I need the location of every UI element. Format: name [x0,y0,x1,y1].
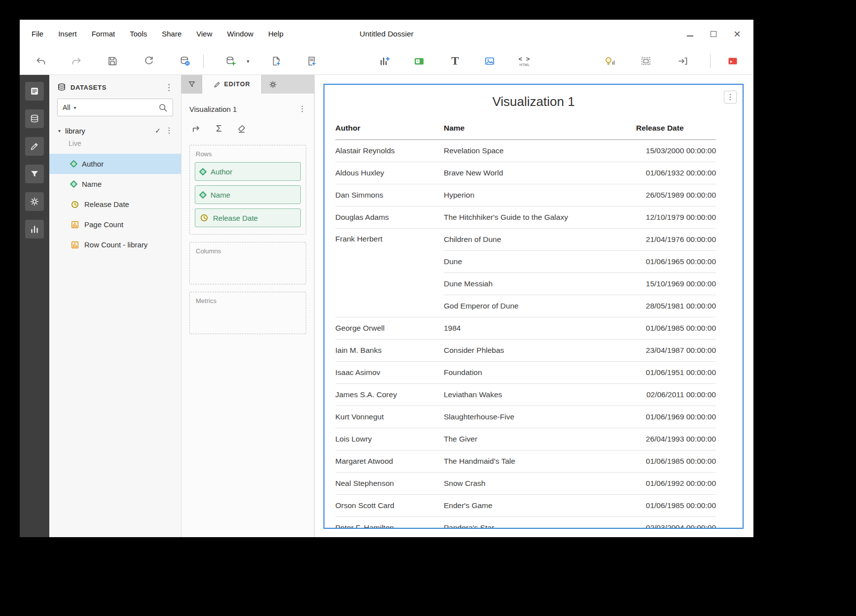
viz-cell-author[interactable]: Kurt Vonnegut [335,406,444,428]
viz-cell-name[interactable]: Snow Crash [444,472,636,494]
add-page-button[interactable] [266,51,286,71]
rows-drop-zone[interactable]: Rows AuthorNameRelease Date [189,145,306,235]
collapse-triangle-icon[interactable]: ▾ [58,128,61,134]
display-mode-button[interactable] [722,51,743,71]
viz-cell-author[interactable]: Neal Stephenson [335,472,444,494]
menu-insert[interactable]: Insert [58,30,77,38]
viz-cell-name[interactable]: Leviathan Wakes [444,383,636,406]
dataset-field[interactable]: Author [49,154,181,174]
viz-cell-name[interactable]: Ender's Game [444,494,636,516]
viz-cell-release-date[interactable]: 21/04/1976 00:00:00 [636,228,716,250]
viz-cell-release-date[interactable]: 01/06/1932 00:00:00 [636,162,716,184]
chevron-down-icon[interactable]: ▾ [74,105,76,110]
eraser-icon[interactable] [237,124,247,134]
viz-cell-author[interactable]: Aldous Huxley [335,162,444,184]
editor-viz-menu-button[interactable]: ⋮ [298,105,306,113]
add-selector-button[interactable] [409,51,429,71]
viz-cell-author[interactable]: Dan Simmons [335,184,444,206]
viz-cell-release-date[interactable]: 01/06/1985 00:00:00 [636,317,716,339]
redo-button[interactable] [66,51,87,71]
add-html-button[interactable]: < > HTML [514,51,535,71]
tab-settings[interactable] [261,75,284,94]
viz-cell-name[interactable]: The Handmaid's Tale [444,450,636,472]
viz-cell-name[interactable]: Slaughterhouse-Five [444,406,636,428]
search-icon[interactable] [158,103,168,112]
viz-cell-release-date[interactable]: 26/04/1993 00:00:00 [636,428,716,450]
viz-cell-author[interactable]: Peter F. Hamilton [335,516,444,529]
viz-cell-name[interactable]: Brave New World [444,162,636,184]
menu-tools[interactable]: Tools [130,30,147,38]
search-filter-value[interactable]: All [63,103,71,111]
add-visualization-button[interactable] [374,51,395,71]
minimize-button[interactable] [685,30,694,38]
add-dataset-chevron-icon[interactable]: ▾ [247,58,250,65]
viz-menu-button[interactable]: ⋮ [724,91,737,103]
columns-drop-zone[interactable]: Columns [189,242,306,284]
viz-cell-author[interactable]: Lois Lowry [335,428,444,450]
menu-help[interactable]: Help [268,30,284,38]
menu-view[interactable]: View [196,30,212,38]
sidebar-edit-button[interactable] [25,137,44,156]
viz-cell-release-date[interactable]: 26/05/1989 00:00:00 [636,184,716,206]
dataset-field[interactable]: Release Date [49,194,181,214]
viz-cell-release-date[interactable]: 02/03/2004 00:00:00 [636,516,716,529]
viz-cell-release-date[interactable]: 12/10/1979 00:00:00 [636,206,716,228]
viz-cell-name[interactable]: Hyperion [444,184,636,206]
datasets-menu-button[interactable]: ⋮ [165,83,173,92]
viz-cell-release-date[interactable]: 15/03/2000 00:00:00 [636,139,716,162]
viz-cell-name[interactable]: The Hitchhiker's Guide to the Galaxy [444,206,636,228]
tab-editor[interactable]: EDITOR [202,75,261,94]
dataset-status-button[interactable] [175,51,195,71]
viz-column-header[interactable]: Release Date [636,117,716,139]
viz-cell-author[interactable]: Douglas Adams [335,206,444,228]
visualization-container[interactable]: ⋮ Visualization 1 AuthorNameRelease Date… [323,84,744,529]
add-text-button[interactable]: T [445,51,465,71]
add-chapter-button[interactable] [301,51,322,71]
rows-chip[interactable]: Name [195,185,301,204]
undo-button[interactable] [31,51,51,71]
viz-column-header[interactable]: Name [444,117,636,139]
viz-cell-author[interactable]: Alastair Reynolds [335,139,444,162]
close-button[interactable]: × [733,30,742,38]
viz-cell-release-date[interactable]: 15/10/1969 00:00:00 [636,273,716,295]
viz-cell-name[interactable]: Revelation Space [444,139,636,162]
viz-cell-release-date[interactable]: 01/06/1951 00:00:00 [636,361,716,383]
viz-cell-release-date[interactable]: 01/06/1985 00:00:00 [636,494,716,516]
viz-cell-name[interactable]: 1984 [444,317,636,339]
viz-cell-release-date[interactable]: 01/06/1965 00:00:00 [636,250,716,273]
menu-file[interactable]: File [32,30,43,38]
tab-filter[interactable] [181,75,202,94]
viz-cell-release-date[interactable]: 01/06/1985 00:00:00 [636,450,716,472]
sidebar-filter-button[interactable] [25,165,44,183]
dataset-field[interactable]: Row Count - library [49,235,181,255]
viz-cell-author[interactable]: Orson Scott Card [335,494,444,516]
viz-cell-name[interactable]: The Giver [444,428,636,450]
insights-button[interactable] [600,51,620,71]
rows-chip[interactable]: Author [195,162,301,181]
viz-cell-name[interactable]: God Emperor of Dune [444,295,636,317]
save-button[interactable] [102,51,123,71]
viz-cell-release-date[interactable]: 01/06/1992 00:00:00 [636,472,716,494]
dataset-search-box[interactable]: All ▾ [57,99,173,116]
canvas[interactable]: ⋮ Visualization 1 AuthorNameRelease Date… [315,75,753,537]
menu-share[interactable]: Share [162,30,181,38]
free-form-layout-button[interactable] [636,51,656,71]
viz-cell-name[interactable]: Dune [444,250,636,273]
sidebar-settings-button[interactable] [25,192,44,211]
viz-cell-author[interactable]: George Orwell [335,317,444,339]
viz-cell-author[interactable]: Iain M. Banks [335,339,444,361]
viz-cell-author[interactable]: Frank Herbert [335,228,444,317]
viz-cell-release-date[interactable]: 01/06/1969 00:00:00 [636,406,716,428]
viz-cell-release-date[interactable]: 02/06/2011 00:00:00 [636,383,716,406]
menu-format[interactable]: Format [92,30,115,38]
sigma-totals-icon[interactable]: Σ [216,123,222,134]
viz-column-header[interactable]: Author [335,117,444,139]
presentation-mode-button[interactable] [673,51,693,71]
maximize-button[interactable] [709,30,718,38]
viz-cell-name[interactable]: Foundation [444,361,636,383]
menu-window[interactable]: Window [227,30,253,38]
swap-axes-icon[interactable] [191,124,201,134]
viz-cell-author[interactable]: Margaret Atwood [335,450,444,472]
dataset-field[interactable]: Page Count [49,214,181,235]
dataset-field[interactable]: Name [49,174,181,194]
